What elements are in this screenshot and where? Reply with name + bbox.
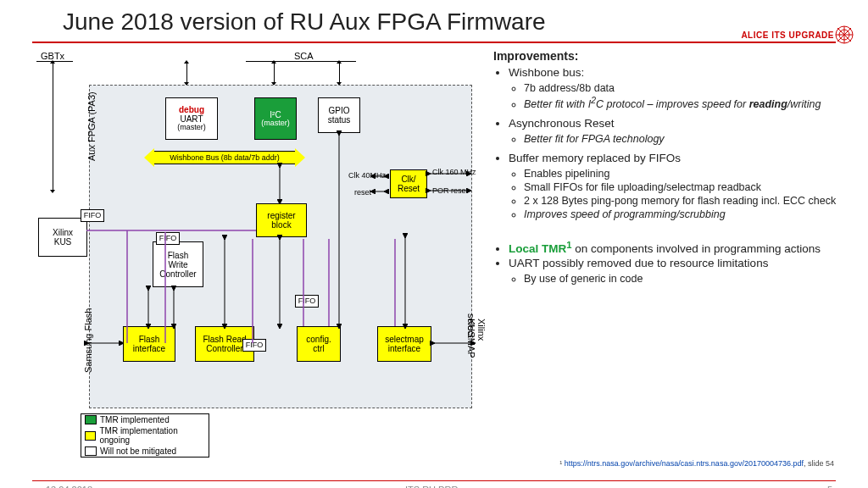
selectmap-interface: selectmap interface	[377, 326, 431, 362]
flash-interface: Flash interface	[123, 326, 175, 362]
clk40-label: Clk 40MHz	[348, 171, 386, 180]
footer: 13.04.2018 ITS RU PRR 5	[32, 480, 836, 481]
por-label: POR reset	[432, 186, 468, 195]
clk-reset-box: Clk/ Reset	[390, 169, 427, 198]
footer-center: ITS RU PRR	[405, 485, 458, 488]
alice-logo-icon	[835, 25, 854, 47]
title-underline	[32, 42, 836, 43]
legend: TMR implemented TMR implementation ongoi…	[81, 413, 209, 458]
fifo-1: FIFO	[81, 209, 104, 222]
reset-label: reset	[354, 188, 371, 197]
diagram-area: GBTx SCA Aux FPGA (PA3) debug UART (mast…	[34, 51, 483, 432]
footer-date: 13.04.2018	[46, 485, 92, 488]
fifo-3: FIFO	[295, 295, 319, 308]
citation-link[interactable]: https://ntrs.nasa.gov/archive/nasa/casi.…	[565, 459, 804, 468]
xilinx-kus-label: Xilinx KUS	[466, 319, 487, 341]
citation: ¹ https://ntrs.nasa.gov/archive/nasa/cas…	[559, 459, 834, 468]
page-title: June 2018 version of RU Aux FPGA Firmwar…	[63, 8, 546, 36]
fifo-4: FIFO	[242, 339, 266, 352]
samsung-flash-label: Samsung Flash	[83, 308, 93, 373]
improvements-panel: Improvements: Wishbone bus: 7b address/8…	[493, 49, 841, 291]
i2c-box: I²C (master)	[254, 97, 297, 140]
improvements-heading: Improvements:	[493, 49, 841, 63]
config-ctrl: config. ctrl	[297, 326, 341, 362]
xilinx-kus-box: Xilinx KUS	[38, 218, 87, 257]
clk160-label: Clk 160 MHz	[432, 168, 476, 176]
footer-page: 5	[827, 485, 832, 488]
fifo-2: FIFO	[156, 232, 180, 245]
aux-fpga-label: Aux FPGA (PA3)	[86, 92, 97, 161]
flash-write-ctrl: Flash Write Controller	[153, 241, 203, 287]
uart-box: debug UART (master)	[165, 97, 218, 140]
register-block: register block	[256, 203, 307, 237]
wishbone-bus: Wishbone Bus (8b data/7b addr)	[153, 151, 297, 164]
sca-label: SCA	[294, 51, 314, 61]
brand-text: ALICE ITS UPGRADE	[741, 30, 834, 40]
gpio-box: GPIO status	[318, 97, 360, 133]
